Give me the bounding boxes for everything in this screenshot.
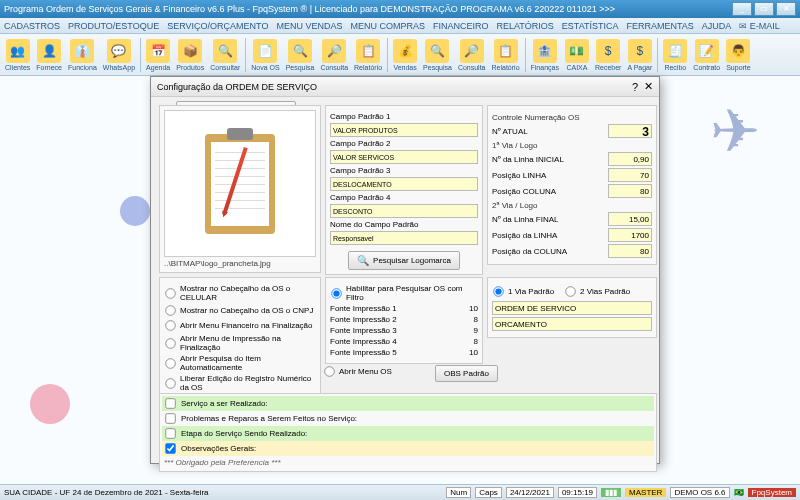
orcamento-input[interactable] [492,317,652,331]
menu-item-0[interactable]: CADASTROS [4,21,60,31]
toolbar-pesquisa[interactable]: 🔍Pesquisa [283,37,318,73]
obs-padrao-button[interactable]: OBS Padrão [435,365,498,382]
campo-input-0[interactable] [330,123,478,137]
toolbar-contrato[interactable]: 📝Contrato [690,37,723,73]
menu-item-2[interactable]: SERVIÇO/ORÇAMENTO [167,21,268,31]
toolbar-finanças[interactable]: 🏦Finanças [528,37,562,73]
toolbar-pesquisa[interactable]: 🔍Pesquisa [420,37,455,73]
toolbar-vendas[interactable]: 💰Vendas [390,37,420,73]
opt-radio-0[interactable] [165,288,175,298]
toolbar-consulta[interactable]: 🔎Consulta [317,37,351,73]
toolbar-icon: 📋 [494,39,518,63]
service-checks-group: Serviço a ser Realizado:Problemas e Repa… [159,393,657,472]
toolbar-caixa[interactable]: 💵CAIXA [562,37,592,73]
fonte-val-0[interactable]: 10 [456,304,478,313]
fonte-label-0: Fonte Impressão 1 [330,304,456,313]
window-title: Programa Ordem de Serviços Gerais & Fina… [4,4,730,14]
status-flag-icon: 🇧🇷 [734,488,744,497]
linha-fin-input[interactable] [608,212,652,226]
toolbar-suporte[interactable]: 👨Suporte [723,37,754,73]
abrir-menu-os: Abrir Menu OS [323,365,392,378]
toolbar-icon: 📦 [178,39,202,63]
toolbar-icon: 🔎 [322,39,346,63]
toolbar-consultar[interactable]: 🔍Consultar [207,37,243,73]
menu-item-8[interactable]: FERRAMENTAS [626,21,693,31]
fonte-val-3[interactable]: 8 [456,337,478,346]
toolbar-relatório[interactable]: 📋Relatório [489,37,523,73]
dialog-help-icon[interactable]: ? [632,81,638,93]
toolbar-nova os[interactable]: 📄Nova OS [248,37,282,73]
fonte-val-4[interactable]: 10 [456,348,478,357]
pos-linha2-input[interactable] [608,228,652,242]
nome-campo-input[interactable] [330,231,478,245]
campo-label-1: Campo Padrão 2 [330,139,478,148]
window-min[interactable]: _ [732,2,752,16]
linha-ini-label: Nº da Linha INICIAL [492,155,608,164]
ordem-servico-input[interactable] [492,301,652,315]
toolbar-whatsapp[interactable]: 💬WhatsApp [100,37,138,73]
via1-label: 1 Via Padrão [508,287,554,296]
toolbar-icon: 🔍 [288,39,312,63]
fonte-val-1[interactable]: 8 [456,315,478,324]
pos-linha1-input[interactable] [608,168,652,182]
via2-radio[interactable] [565,286,575,296]
toolbar: 👥Clientes👤Fornece👔Funciona💬WhatsApp📅Agen… [0,34,800,76]
pos-col1-label: Posição COLUNA [492,187,608,196]
config-os-dialog: Configuração da ORDEM DE SERVIÇO ? ✕ ..\… [150,76,660,464]
toolbar-icon: 🔍 [425,39,449,63]
chk-3[interactable] [165,443,175,453]
fontes-group: Habilitar para Pesquisar OS com Filtro F… [325,277,483,364]
via1-radio[interactable] [493,286,503,296]
campo-input-3[interactable] [330,204,478,218]
abrir-menu-os-radio[interactable] [324,366,334,376]
logo-group: ..\BITMAP\logo_prancheta.jpg [159,105,321,273]
via2-title: 2ª Via / Logo [492,201,652,210]
toolbar-agenda[interactable]: 📅Agenda [143,37,173,73]
menu-item-1[interactable]: PRODUTO/ESTOQUE [68,21,159,31]
toolbar-recibo[interactable]: 🧾Recibo [660,37,690,73]
toolbar-funciona[interactable]: 👔Funciona [65,37,100,73]
campo-input-1[interactable] [330,150,478,164]
status-date: 24/12/2021 [506,487,554,498]
chk-1[interactable] [165,413,175,423]
menu-item-9[interactable]: AJUDA [702,21,732,31]
pos-col1-input[interactable] [608,184,652,198]
toolbar-icon: 👨 [726,39,750,63]
toolbar-consulta[interactable]: 🔎Consulta [455,37,489,73]
menu-item-10[interactable]: ✉ E-MAIL [739,21,780,31]
toolbar-receber[interactable]: $Receber [592,37,624,73]
status-time: 09:15:19 [558,487,597,498]
status-num: Num [446,487,471,498]
toolbar-clientes[interactable]: 👥Clientes [2,37,33,73]
pos-col2-input[interactable] [608,244,652,258]
menu-item-4[interactable]: MENU COMPRAS [350,21,425,31]
toolbar-fornece[interactable]: 👤Fornece [33,37,65,73]
num-atual-input[interactable]: 3 [608,124,652,138]
window-max[interactable]: ▭ [754,2,774,16]
campo-input-2[interactable] [330,177,478,191]
toolbar-icon: 🔍 [213,39,237,63]
window-close[interactable]: ✕ [776,2,796,16]
menu-item-7[interactable]: ESTATÍSTICA [562,21,619,31]
opt-label-3: Abrir Menu de Impressão na Finalização [180,334,316,352]
opt-radio-3[interactable] [165,338,175,348]
menu-item-6[interactable]: RELATÓRIOS [496,21,553,31]
opt-radio-1[interactable] [165,305,175,315]
dialog-close-icon[interactable]: ✕ [644,80,653,93]
menu-item-5[interactable]: FINANCEIRO [433,21,489,31]
toolbar-a pagar[interactable]: $A Pagar [624,37,655,73]
chk-label-3: Observações Gerais: [181,444,256,453]
menu-item-3[interactable]: MENU VENDAS [276,21,342,31]
opt-radio-5[interactable] [165,378,175,388]
chk-2[interactable] [165,428,175,438]
linha-ini-input[interactable] [608,152,652,166]
chk-0[interactable] [165,398,175,408]
fonte-val-2[interactable]: 9 [456,326,478,335]
toolbar-produtos[interactable]: 📦Produtos [173,37,207,73]
toolbar-relatório[interactable]: 📋Relatório [351,37,385,73]
opt-radio-2[interactable] [165,320,175,330]
hab-filtro-radio[interactable] [331,288,341,298]
status-demo: DEMO OS 6.6 [670,487,729,498]
opt-radio-4[interactable] [165,358,175,368]
search-logo-button[interactable]: 🔍Pesquisar Logomarca [348,251,460,270]
